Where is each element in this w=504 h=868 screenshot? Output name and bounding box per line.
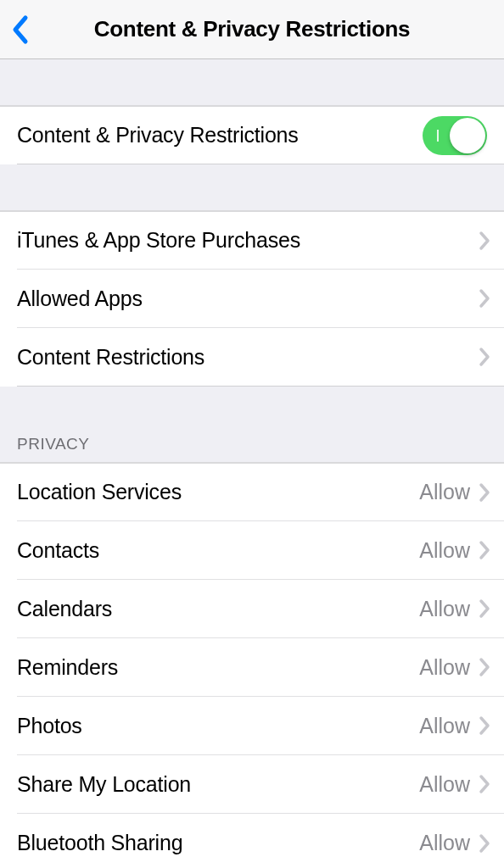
cell-value: Allow: [419, 831, 470, 855]
group-header-privacy: PRIVACY: [0, 387, 504, 463]
chevron-right-icon: [479, 774, 490, 794]
cell-label: Content Restrictions: [17, 345, 479, 370]
chevron-right-icon: [479, 715, 490, 736]
privacy-item-calendars[interactable]: Calendars Allow: [0, 580, 504, 638]
chevron-right-icon: [479, 657, 490, 677]
nav-item-allowed-apps[interactable]: Allowed Apps: [0, 270, 504, 328]
nav-bar: Content & Privacy Restrictions: [0, 0, 504, 59]
chevron-right-icon: [479, 540, 490, 560]
cell-label: iTunes & App Store Purchases: [17, 228, 479, 253]
cell-label: Bluetooth Sharing: [17, 831, 419, 855]
privacy-item-reminders[interactable]: Reminders Allow: [0, 638, 504, 697]
master-toggle-label: Content & Privacy Restrictions: [17, 123, 423, 147]
section-header-label: PRIVACY: [17, 435, 90, 453]
chevron-right-icon: [479, 347, 490, 367]
toggle-on-indicator: [437, 130, 439, 142]
master-toggle-row[interactable]: Content & Privacy Restrictions: [0, 106, 504, 164]
chevron-right-icon: [479, 598, 490, 619]
chevron-left-icon: [10, 14, 29, 45]
cell-value: Allow: [419, 480, 470, 504]
cell-value: Allow: [419, 772, 470, 797]
master-toggle-switch[interactable]: [423, 116, 487, 155]
chevron-right-icon: [479, 833, 490, 854]
privacy-item-contacts[interactable]: Contacts Allow: [0, 521, 504, 580]
chevron-right-icon: [479, 482, 490, 503]
back-button[interactable]: [10, 14, 29, 45]
chevron-right-icon: [479, 231, 490, 251]
cell-label: Calendars: [17, 597, 419, 621]
cell-label: Photos: [17, 714, 419, 738]
cell-label: Reminders: [17, 655, 419, 680]
cell-value: Allow: [419, 538, 470, 563]
nav-item-itunes-app-store[interactable]: iTunes & App Store Purchases: [0, 211, 504, 270]
cell-label: Contacts: [17, 538, 419, 563]
nav-item-content-restrictions[interactable]: Content Restrictions: [0, 328, 504, 387]
cell-label: Allowed Apps: [17, 287, 479, 311]
privacy-item-location-services[interactable]: Location Services Allow: [0, 463, 504, 521]
privacy-item-bluetooth-sharing[interactable]: Bluetooth Sharing Allow: [0, 814, 504, 868]
cell-value: Allow: [419, 714, 470, 738]
page-title: Content & Privacy Restrictions: [10, 16, 494, 42]
group-spacer: [0, 164, 504, 211]
cell-label: Location Services: [17, 480, 419, 504]
group-spacer: [0, 59, 504, 106]
chevron-right-icon: [479, 288, 490, 309]
cell-label: Share My Location: [17, 772, 419, 797]
privacy-item-share-my-location[interactable]: Share My Location Allow: [0, 755, 504, 814]
toggle-knob: [450, 118, 485, 153]
cell-value: Allow: [419, 655, 470, 680]
privacy-item-photos[interactable]: Photos Allow: [0, 697, 504, 755]
cell-value: Allow: [419, 597, 470, 621]
